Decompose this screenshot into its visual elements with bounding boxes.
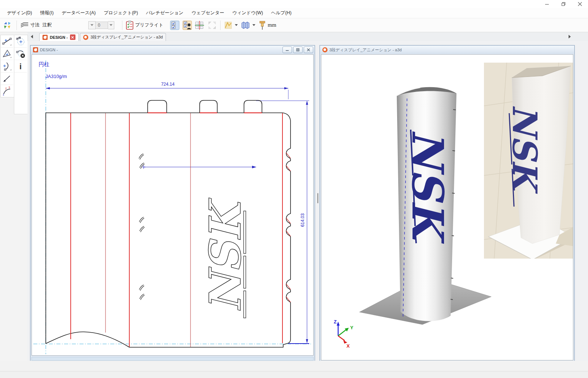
triangle-tool-button[interactable] <box>1 48 13 60</box>
logo-underline-bars <box>244 211 246 318</box>
measure-line-icon <box>2 74 12 84</box>
animation-window: 3段ディスプレイ_アニメーション - a3d <box>319 45 575 362</box>
tab-animation-label: 3段ディスプレイ_アニメーション - a3d <box>90 34 163 40</box>
restore-icon <box>296 48 300 52</box>
menu-webcenter[interactable]: ウェブセンター <box>188 8 228 18</box>
menu-design[interactable]: デザイン(D) <box>3 8 36 18</box>
design-window-titlebar[interactable]: DESIGN - <box>31 46 314 54</box>
dimension-button[interactable]: 寸法 <box>19 21 41 30</box>
width-dimension: 724.14 <box>46 82 288 99</box>
fit-view-button[interactable] <box>206 19 218 31</box>
crease-lines <box>71 113 282 347</box>
folded-shape-icon <box>241 21 250 30</box>
arc-tool-button[interactable] <box>1 60 13 73</box>
measure-line-tool-button[interactable] <box>1 73 13 85</box>
polyline-icon <box>224 21 233 30</box>
close-icon <box>578 2 582 6</box>
design-drawing-canvas[interactable]: 円柱 JA310g/m 724.14 <box>32 54 314 356</box>
line-tool-button[interactable] <box>1 35 13 48</box>
tab-scroll-left-icon <box>31 35 33 38</box>
dieline-cut-outline <box>46 113 291 347</box>
tab-scroll-right-button[interactable] <box>567 34 573 40</box>
design-horizontal-scrollbar[interactable] <box>32 357 314 361</box>
statusbar <box>0 371 588 378</box>
arc-node-icon <box>2 62 12 71</box>
minimize-icon <box>545 2 549 6</box>
design-minimize-button[interactable] <box>282 47 292 53</box>
menu-database[interactable]: データベース(A) <box>58 8 100 18</box>
shape-tool-button[interactable] <box>239 20 257 31</box>
checklist-icon <box>170 21 180 30</box>
app-restore-button[interactable] <box>555 0 572 8</box>
arc-delete-icon <box>16 49 25 59</box>
menu-window[interactable]: ウィンドウ(W) <box>228 8 267 18</box>
curve-sequence-tool-button[interactable]: 1 2 3 <box>1 85 13 97</box>
dieline-tabs <box>148 100 262 113</box>
zoom-dropdown-button[interactable] <box>108 21 114 29</box>
mdi-area: DESIGN - 円柱 JA310g/m <box>27 41 588 371</box>
checklist-button[interactable] <box>169 19 181 31</box>
preflight-button[interactable]: プリフライト <box>124 19 165 31</box>
menu-palletization[interactable]: パレチゼーション <box>142 8 188 18</box>
application-window: デザイン(D) 情報(I) データベース(A) プロジェクト(P) パレチゼーシ… <box>0 0 588 378</box>
polyline-tool-button[interactable] <box>222 20 239 31</box>
close-icon <box>71 36 74 39</box>
animation-3d-scene: NSK Z Y X <box>321 55 573 360</box>
zoom-value-field[interactable]: 0 <box>96 22 108 29</box>
design-restore-button[interactable] <box>293 47 303 53</box>
menubar: デザイン(D) 情報(I) データベース(A) プロジェクト(P) パレチゼーシ… <box>0 8 588 18</box>
slit-marks <box>138 153 145 300</box>
design-window-title: DESIGN - <box>40 48 58 52</box>
app-close-button[interactable] <box>572 0 588 8</box>
width-dimension-value: 724.14 <box>161 82 175 87</box>
mid-dimension <box>142 165 256 169</box>
menu-help[interactable]: ヘルプ(H) <box>267 8 296 18</box>
menu-project[interactable]: プロジェクト(P) <box>100 8 142 18</box>
material-label: JA310g/m <box>45 74 67 79</box>
animation-window-title: 3段ディスプレイ_アニメーション - a3d <box>329 47 402 53</box>
product-photo: NSK <box>484 63 573 260</box>
curve-sequence-icon: 1 2 3 <box>2 86 12 96</box>
layers-icon <box>20 22 29 29</box>
design-window: DESIGN - 円柱 JA310g/m <box>30 45 315 362</box>
tab-scroll-right-icon <box>569 35 571 38</box>
toolbar: 寸法 注釈 0 プリフライト <box>0 18 588 32</box>
arc-delete-tool-button[interactable] <box>14 48 27 60</box>
curve-number-3: 3 <box>8 86 10 89</box>
tab-close-button[interactable] <box>70 34 75 40</box>
axes-indicator: Z Y X <box>334 319 354 349</box>
tab-design[interactable]: DESIGN - <box>39 33 79 41</box>
zoom-check-box[interactable] <box>88 21 96 29</box>
chevron-down-icon <box>110 24 112 26</box>
tab-animation[interactable]: 3段ディスプレイ_アニメーション - a3d <box>80 33 166 41</box>
app-minimize-button[interactable] <box>539 0 555 8</box>
window-splitter-handle[interactable] <box>317 193 318 203</box>
nav-arrows-icon <box>3 21 13 30</box>
zoom-combo[interactable]: 0 <box>88 22 114 29</box>
animation-window-titlebar[interactable]: 3段ディスプレイ_アニメーション - a3d <box>320 46 574 54</box>
menu-info[interactable]: 情報(I) <box>36 8 58 18</box>
info-tool-button[interactable]: i <box>14 60 27 73</box>
close-icon <box>307 48 310 52</box>
layout-grid-button[interactable] <box>193 19 206 31</box>
fit-arrows-icon <box>207 21 217 30</box>
toolbar-separator <box>122 21 122 30</box>
tool-palette: 1 2 3 <box>0 32 27 371</box>
design-close-button[interactable] <box>304 47 313 53</box>
animation-3d-canvas[interactable]: NSK Z Y X <box>321 54 573 360</box>
tab-scroll-left-button[interactable] <box>29 34 35 40</box>
info-icon: i <box>16 62 25 71</box>
checklist-user-button[interactable] <box>181 19 193 31</box>
app-titlebar[interactable] <box>0 0 588 8</box>
a3d-doc-icon <box>83 35 88 40</box>
shape-label: 円柱 <box>38 61 49 67</box>
circle-tool-button[interactable] <box>14 35 27 48</box>
circle-node-icon <box>16 37 25 46</box>
annotation-button[interactable]: 注釈 <box>41 21 53 29</box>
a3d-doc-icon <box>322 47 328 52</box>
nav-arrows-button[interactable] <box>1 19 15 31</box>
bottom-filler <box>0 361 588 371</box>
dimension-label: 寸法 <box>30 22 40 28</box>
curve-number-2: 2 <box>5 87 7 90</box>
pin-units-button[interactable]: mm <box>257 19 278 31</box>
